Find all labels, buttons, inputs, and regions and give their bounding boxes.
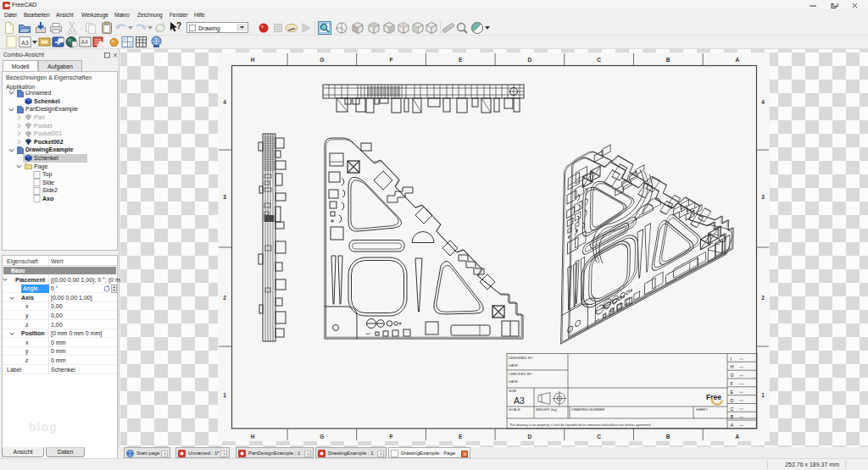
svg-text:SIZE: SIZE [509, 389, 517, 393]
svg-text:H: H [251, 57, 255, 63]
svg-text:B: B [666, 57, 670, 63]
svg-text:E: E [731, 390, 734, 395]
svg-text:A3: A3 [514, 395, 525, 406]
svg-text:SCALE: SCALE [509, 407, 520, 412]
svg-text:C: C [731, 406, 734, 412]
svg-text:?: ? [176, 21, 181, 30]
svg-text:4: 4 [223, 99, 226, 105]
svg-text:F: F [389, 57, 392, 63]
svg-text:3: 3 [761, 194, 765, 200]
svg-text:G: G [320, 57, 324, 63]
svg-text:DRAWING NUMBER: DRAWING NUMBER [571, 407, 604, 412]
svg-text:E: E [459, 57, 463, 63]
svg-text:CHECKED BY:: CHECKED BY: [509, 372, 532, 376]
svg-text:A: A [731, 423, 734, 428]
svg-text:4: 4 [761, 99, 765, 105]
svg-text:3: 3 [223, 194, 226, 200]
svg-text:F: F [389, 434, 392, 440]
svg-text:H: H [731, 364, 734, 369]
svg-text:DESIGNED BY:: DESIGNED BY: [509, 356, 534, 360]
svg-text:B: B [731, 414, 734, 419]
svg-text:C: C [597, 57, 601, 63]
svg-text:C: C [597, 434, 601, 440]
svg-text:D: D [527, 57, 531, 63]
svg-text:This drawing is our property;: This drawing is our property; it can't b… [509, 423, 652, 427]
svg-text:B: B [666, 434, 670, 440]
svg-text:1: 1 [761, 392, 765, 398]
svg-text:A3: A3 [21, 40, 29, 46]
svg-text:2: 2 [761, 295, 765, 301]
svg-text:Free: Free [706, 393, 721, 401]
svg-text:WEIGHT (kg): WEIGHT (kg) [536, 407, 558, 412]
svg-text:A: A [736, 434, 740, 440]
svg-text:SHEET: SHEET [696, 407, 708, 412]
svg-text:1: 1 [223, 392, 226, 398]
svg-text:H: H [251, 434, 255, 440]
svg-text:DATE:: DATE: [509, 363, 519, 368]
svg-text:G: G [731, 373, 734, 378]
svg-text:D: D [527, 434, 531, 440]
svg-text:D: D [731, 398, 734, 403]
svg-text:A: A [736, 57, 740, 63]
svg-text:DATE:: DATE: [509, 379, 519, 384]
svg-text:G: G [320, 434, 324, 440]
svg-text:2: 2 [223, 295, 226, 301]
svg-text:E: E [459, 434, 463, 440]
svg-text:A4: A4 [81, 39, 88, 45]
